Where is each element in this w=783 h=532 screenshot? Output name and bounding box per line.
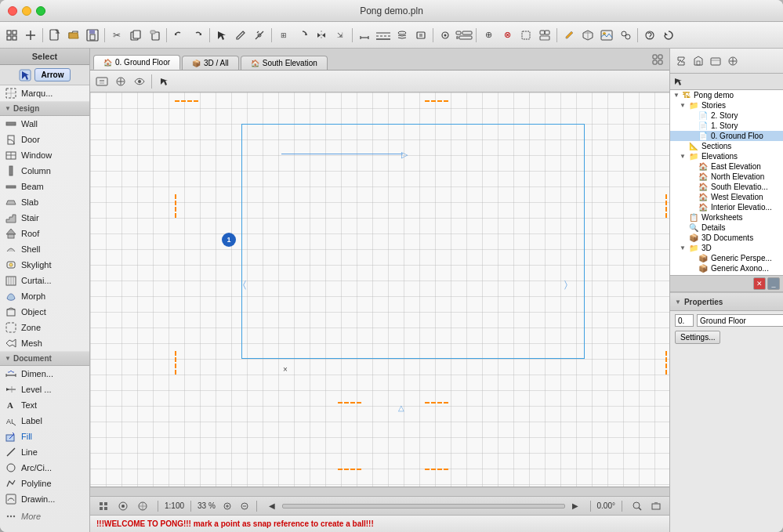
tab-south-elevation[interactable]: 🏠 South Elevation [241, 56, 328, 70]
subtool-2[interactable] [112, 73, 129, 90]
toolbar-render[interactable] [598, 27, 615, 44]
toolbar-teamwork[interactable] [617, 27, 634, 44]
nav-btn-arrow[interactable] [670, 74, 686, 89]
tree-project[interactable]: ▼ 🏗 Pong demo [670, 90, 783, 100]
tool-shell[interactable]: Shell [0, 241, 89, 257]
panel-collapse-btn[interactable]: _ [767, 277, 780, 290]
tool-arc[interactable]: Arc/Ci... [0, 460, 89, 476]
tool-beam[interactable]: Beam [0, 179, 89, 194]
toolbar-new[interactable] [46, 27, 63, 44]
tool-skylight[interactable]: Skylight [0, 257, 89, 273]
tab-ground-floor[interactable]: 🏠 0. Ground Floor [93, 55, 180, 70]
toolbar-mirror[interactable] [313, 27, 330, 44]
tool-morph[interactable]: Morph [0, 288, 89, 304]
tool-wall[interactable]: Wall [0, 116, 89, 132]
toolbar-layers[interactable] [393, 27, 411, 44]
tool-label[interactable]: AI Label [0, 413, 89, 429]
tree-story-1[interactable]: 📄 1. Story [670, 121, 783, 131]
tree-generic-axono[interactable]: 📦 Generic Axono... [670, 263, 783, 273]
toolbar-pencil[interactable] [560, 27, 578, 44]
tree-interior-elev[interactable]: 🏠 Interior Elevatio... [670, 202, 783, 212]
close-button[interactable] [8, 6, 17, 16]
tool-dimension[interactable]: Dimen... [0, 366, 89, 382]
tree-south-elev[interactable]: 🏠 South Elevatio... [670, 182, 783, 192]
status-icon-1[interactable] [95, 498, 112, 515]
tool-polyline[interactable]: Polyline [0, 476, 89, 491]
zoom-fit-btn[interactable] [629, 498, 646, 515]
floor-number-field[interactable] [675, 314, 694, 327]
tree-story-2[interactable]: 📄 2. Story [670, 110, 783, 121]
tree-north-elev[interactable]: 🏠 North Elevation [670, 172, 783, 182]
tool-text[interactable]: A Text [0, 397, 89, 413]
toolbar-find[interactable]: ⊕ [480, 27, 497, 44]
toolbar-rotate[interactable] [294, 27, 311, 44]
status-icon-3[interactable] [134, 498, 151, 515]
toolbar-btn-2[interactable] [22, 27, 39, 44]
scroll-right-btn[interactable]: ▶ [567, 498, 584, 515]
tool-stair[interactable]: Stair [0, 210, 89, 226]
toolbar-scale-tool[interactable]: ⇲ [332, 27, 349, 44]
toolbar-paste[interactable] [146, 27, 163, 44]
zoom-out-btn[interactable] [239, 501, 250, 512]
tree-elevations[interactable]: ▼ 📁 Elevations [670, 151, 783, 161]
tree-worksheets[interactable]: 📋 Worksheets [670, 212, 783, 223]
tool-roof[interactable]: Roof [0, 226, 89, 241]
subtool-1[interactable] [93, 73, 111, 90]
toolbar-open[interactable] [65, 27, 82, 44]
view-options-btn[interactable] [649, 51, 666, 68]
tool-slab[interactable]: Slab [0, 194, 89, 210]
toolbar-help[interactable] [641, 27, 658, 44]
tool-curtain[interactable]: Curtai... [0, 273, 89, 288]
tool-column[interactable]: Column [0, 163, 89, 179]
subtool-arrow[interactable] [155, 73, 172, 90]
tree-east-elev[interactable]: 🏠 East Elevation [670, 161, 783, 172]
tree-3d-docs[interactable]: 📦 3D Documents [670, 233, 783, 243]
tool-mesh[interactable]: Mesh [0, 335, 89, 351]
right-btn-1[interactable] [673, 53, 689, 69]
toolbar-pen[interactable] [232, 27, 249, 44]
tool-window[interactable]: Window [0, 147, 89, 163]
scroll-left-btn[interactable]: ◀ [263, 498, 281, 515]
toolbar-redo[interactable] [189, 27, 206, 44]
toolbar-cut[interactable]: ✂ [108, 27, 125, 44]
toolbar-arrow[interactable] [213, 27, 230, 44]
tool-fill[interactable]: Fill [0, 429, 89, 444]
toolbar-view-options[interactable] [455, 27, 473, 44]
toolbar-3d[interactable] [579, 27, 596, 44]
arrow-tool[interactable]: Arrow [34, 68, 71, 81]
zoom-in-btn[interactable] [222, 501, 233, 512]
toolbar-copy[interactable] [127, 27, 144, 44]
toolbar-properties2[interactable] [412, 27, 430, 44]
tool-line[interactable]: Line [0, 444, 89, 460]
hscrollbar[interactable] [282, 504, 565, 508]
canvas[interactable]: ▷ 1 〈 〉 × △ [90, 92, 669, 487]
tool-zone[interactable]: Zone [0, 320, 89, 335]
minimize-button[interactable] [22, 6, 31, 16]
tree-sections[interactable]: 📐 Sections [670, 141, 783, 151]
tree-details[interactable]: 🔍 Details [670, 223, 783, 233]
toolbar-undo[interactable] [170, 27, 187, 44]
marquee-tool[interactable]: Marqu... [0, 85, 89, 101]
tab-3d[interactable]: 📦 3D / All [182, 56, 239, 70]
right-btn-4[interactable] [725, 53, 741, 69]
tool-drawing[interactable]: Drawin... [0, 491, 89, 507]
toolbar-refresh[interactable] [660, 27, 677, 44]
toolbar-assign[interactable]: ⊗ [498, 27, 516, 44]
maximize-button[interactable] [36, 6, 45, 16]
tool-more[interactable]: More [0, 507, 89, 524]
tool-door[interactable]: Door [0, 132, 89, 147]
tree-3d[interactable]: ▼ 📁 3D [670, 243, 783, 253]
zoom-fit2-btn[interactable] [647, 498, 665, 515]
panel-close-btn[interactable]: ✕ [753, 277, 766, 290]
subtool-3[interactable] [131, 73, 148, 90]
toolbar-save[interactable] [84, 27, 101, 44]
tree-west-elev[interactable]: 🏠 West Elevation [670, 192, 783, 202]
toolbar-magic[interactable] [251, 27, 268, 44]
status-icon-2[interactable] [114, 498, 132, 515]
toolbar-stretch[interactable]: ⊞ [275, 27, 292, 44]
toolbar-line-types[interactable] [375, 27, 392, 44]
toolbar-dimensions[interactable] [356, 27, 373, 44]
toolbar-btn-1[interactable] [3, 27, 20, 44]
right-btn-3[interactable] [708, 53, 723, 69]
tree-stories[interactable]: ▼ 📁 Stories [670, 100, 783, 110]
